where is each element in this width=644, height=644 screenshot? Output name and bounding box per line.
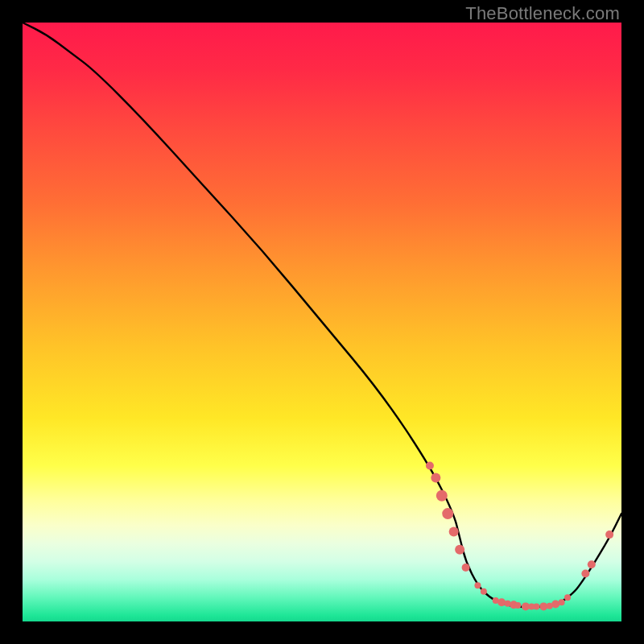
marker-dot — [551, 600, 559, 608]
bottleneck-line — [23, 23, 621, 607]
marker-dot — [431, 473, 440, 482]
marker-dots — [426, 462, 613, 611]
marker-dot — [605, 530, 613, 539]
marker-dot — [539, 602, 547, 610]
curve-svg — [23, 23, 621, 621]
marker-dot — [559, 599, 565, 605]
marker-dot — [442, 508, 453, 519]
marker-dot — [581, 569, 589, 577]
marker-dot — [481, 588, 487, 595]
marker-dot — [436, 490, 448, 502]
marker-dot — [533, 603, 539, 609]
marker-dot — [588, 560, 596, 568]
marker-dot — [474, 582, 481, 588]
chart-frame: TheBottleneck.com — [0, 0, 644, 644]
marker-dot — [462, 564, 470, 572]
marker-dot — [497, 598, 506, 606]
marker-dot — [426, 462, 434, 470]
marker-dot — [455, 545, 464, 555]
watermark-text: TheBottleneck.com — [465, 3, 620, 24]
plot-area — [23, 23, 621, 621]
marker-dot — [514, 602, 521, 609]
marker-dot — [449, 526, 459, 536]
marker-dot — [564, 594, 571, 601]
